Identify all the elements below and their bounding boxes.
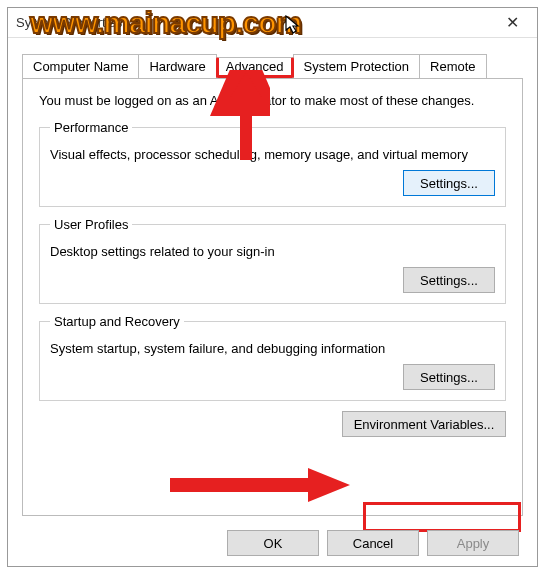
environment-variables-button[interactable]: Environment Variables... — [342, 411, 506, 437]
performance-text: Visual effects, processor scheduling, me… — [50, 147, 495, 162]
intro-text: You must be logged on as an Administrato… — [39, 93, 506, 108]
tab-computer-name[interactable]: Computer Name — [22, 54, 139, 78]
startup-legend: Startup and Recovery — [50, 314, 184, 329]
startup-settings-button[interactable]: Settings... — [403, 364, 495, 390]
tab-advanced[interactable]: Advanced — [216, 57, 294, 78]
cursor-icon — [285, 15, 303, 37]
group-user-profiles: User Profiles Desktop settings related t… — [39, 217, 506, 304]
apply-button: Apply — [427, 530, 519, 556]
tab-strip: Computer Name Hardware Advanced System P… — [22, 54, 486, 78]
annotation-box-env — [363, 502, 521, 532]
tab-remote[interactable]: Remote — [419, 54, 487, 78]
ok-button[interactable]: OK — [227, 530, 319, 556]
system-properties-window: System Properties ✕ Computer Name Hardwa… — [7, 7, 538, 567]
titlebar: System Properties ✕ — [8, 8, 537, 38]
user-profiles-legend: User Profiles — [50, 217, 132, 232]
performance-legend: Performance — [50, 120, 132, 135]
dialog-button-row: OK Cancel Apply — [8, 530, 537, 556]
cancel-button[interactable]: Cancel — [327, 530, 419, 556]
performance-settings-button[interactable]: Settings... — [403, 170, 495, 196]
tab-hardware[interactable]: Hardware — [138, 54, 216, 78]
group-performance: Performance Visual effects, processor sc… — [39, 120, 506, 207]
group-startup-recovery: Startup and Recovery System startup, sys… — [39, 314, 506, 401]
close-icon[interactable]: ✕ — [496, 11, 529, 34]
tab-system-protection[interactable]: System Protection — [293, 54, 421, 78]
user-profiles-settings-button[interactable]: Settings... — [403, 267, 495, 293]
user-profiles-text: Desktop settings related to your sign-in — [50, 244, 495, 259]
startup-text: System startup, system failure, and debu… — [50, 341, 495, 356]
window-title: System Properties — [16, 15, 122, 30]
advanced-tab-panel: You must be logged on as an Administrato… — [22, 78, 523, 516]
